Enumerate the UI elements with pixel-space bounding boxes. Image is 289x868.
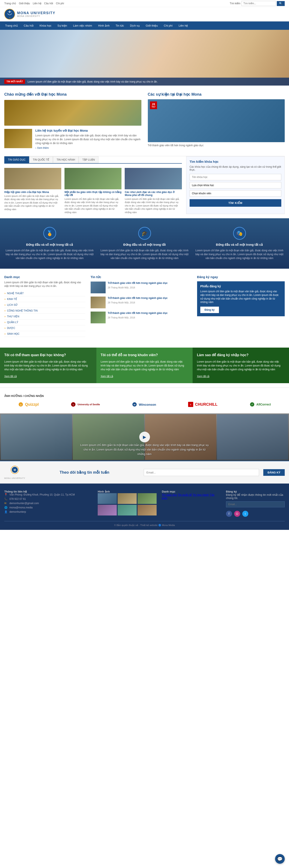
contact-online-title: Liên hệ trực tuyến với Đại học Mona	[35, 129, 141, 132]
footer-cat-1[interactable]: Tin quốc tế	[178, 493, 192, 496]
news-thumb-0	[91, 282, 106, 293]
footer-bottom: © Bản quyền thuộc về - Thiết kế website …	[4, 521, 285, 527]
instagram-icon[interactable]: O	[234, 511, 240, 517]
news-tab-row: TIN GIÁO DỤC TIN QUỐC TẾ TIN HỌC HÀNH TẬ…	[4, 156, 182, 164]
news-card-title-3: Các nhà Lãnh đạo và các nhà giáo dục ở M…	[125, 191, 182, 197]
tab-international[interactable]: TIN QUỐC TẾ	[29, 156, 53, 163]
news-date-0: 28 Tháng Mười Một, 2018	[108, 286, 135, 289]
banner-title-3: Đứng đầu và số một trong tất cả	[194, 243, 285, 246]
tab-discussion[interactable]: TẬP LUẬN	[78, 156, 98, 163]
cat-item-6[interactable]: DƯỢC	[4, 325, 85, 331]
topbar-link[interactable]: Chi phí	[56, 2, 64, 5]
cat-item-1[interactable]: KINH TẾ	[4, 296, 85, 302]
footer-address: 📍 Văn Phòng: Đường Khuê, Phường 10, Quận…	[4, 493, 92, 496]
banner-title-1: Đứng đầu và số một trong tất cả	[4, 243, 95, 246]
nav-courses[interactable]: Khóa học	[36, 22, 55, 30]
facebook-icon[interactable]: f	[226, 511, 232, 517]
partner-quizz: Q Quizzpl	[18, 402, 39, 407]
course-name-input[interactable]	[190, 174, 281, 180]
footer-register-title: Đăng ký	[226, 490, 285, 493]
nav-events[interactable]: Sự kiện	[55, 22, 70, 30]
highlight-banner: 🏅 Đứng đầu và số một trong tất cả Lorem …	[0, 218, 289, 269]
nav-faq[interactable]: Câu hỏi	[21, 22, 37, 30]
svg-text:W: W	[134, 404, 136, 406]
course-level-select[interactable]: Chọn khuôn viên	[190, 190, 281, 197]
footer-photo-2	[118, 493, 137, 504]
play-icon[interactable]: ▶	[139, 432, 150, 442]
nav-about[interactable]: Giới thiệu	[143, 22, 161, 30]
course-type-select[interactable]: Lựa chọn khóa học	[190, 182, 281, 188]
topbar-link[interactable]: Giới thiệu	[19, 2, 30, 5]
news-title-1[interactable]: Trở thành giáo viên tốt hơn trong ngành …	[108, 297, 168, 300]
news-title-0[interactable]: Trở thành giáo viên tốt hơn trong ngành …	[108, 282, 168, 285]
footer-grid: Thông tin liên hệ 📍 Văn Phòng: Đường Khu…	[4, 490, 285, 517]
category-desc: Lorem ipsum chỉ đơn giản là một đoạn văn…	[4, 281, 85, 288]
green-card-2: Tôi có thể đỗ xe trong khuôn viên? Lorem…	[96, 348, 193, 383]
logo-name: MONA UNIVERSITY	[17, 11, 56, 15]
theater-icon: 🎭	[233, 227, 246, 240]
topbar-link[interactable]: Câu hỏi	[44, 2, 53, 5]
news-info-0: Trở thành giáo viên tốt hơn trong ngành …	[108, 282, 168, 293]
green-card-1: Tôi có thể tham quan Đại học không? Lore…	[0, 348, 96, 383]
cat-item-2[interactable]: LỊCH SỬ	[4, 302, 85, 308]
footer-copyright: © Bản quyền thuộc về - Thiết kế website …	[114, 524, 175, 526]
banner-item-3: 🎭 Đứng đầu và số một trong tất cả Lorem …	[194, 227, 285, 260]
nav-services[interactable]: Dịch vụ	[127, 22, 143, 30]
news-item-2: Trở thành giáo viên tốt hơn trong ngành …	[91, 312, 192, 323]
svg-text:C: C	[190, 404, 192, 406]
news-title-2[interactable]: Trở thành giáo viên tốt hơn trong ngành …	[108, 312, 168, 315]
green-card-link-2[interactable]: Xem tất cả	[101, 375, 113, 378]
search-input[interactable]	[242, 1, 276, 6]
footer-cat-0[interactable]: Tin giáo dục	[162, 493, 177, 496]
cat-item-0[interactable]: NGHỆ THUẬT	[4, 290, 85, 296]
twitter-icon[interactable]: t	[242, 511, 248, 517]
footer-photo-5	[118, 505, 137, 516]
register-card: Phiếu đăng ký Lorem ipsum chỉ đơn giản l…	[197, 281, 285, 316]
nav-home[interactable]: Trang chủ	[2, 22, 21, 30]
nav-contact[interactable]: Liên hệ	[176, 22, 191, 30]
reg-card-title: Phiếu đăng ký	[200, 284, 282, 288]
cat-item-7[interactable]: SINH HỌC	[4, 331, 85, 337]
cat-item-5[interactable]: QUẢN LÝ	[4, 319, 85, 325]
svg-text:U: U	[73, 404, 74, 405]
tab-study[interactable]: TIN HỌC HÀNH	[53, 156, 78, 163]
chevron-right-icon: ›	[35, 147, 36, 150]
news-list-title: Tin tức	[91, 275, 192, 279]
partners-section: ẢNH HƯỞNG / CHỨNG NHẬN Q Quizzpl U Unive…	[0, 388, 289, 413]
register-button[interactable]: Đăng ký	[200, 307, 219, 313]
newsletter-logo: M MONA UNIVERSITY	[4, 466, 25, 479]
welcome-image	[4, 100, 141, 126]
green-card-link-1[interactable]: Xem tất cả	[4, 375, 17, 378]
top-bar: Trang chủ Giới thiệu Liên hệ Câu hỏi Chi…	[0, 0, 289, 7]
newsletter-title: Theo dõi bằng tin mỗi tuần	[30, 470, 139, 475]
tab-education[interactable]: TIN GIÁO DỤC	[4, 156, 29, 163]
cat-item-3[interactable]: CÔNG NGHỆ THÔNG TIN	[4, 308, 85, 314]
banner-item-1: 🏅 Đứng đầu và số một trong tất cả Lorem …	[4, 227, 95, 260]
green-card-link-3[interactable]: Xem tất cả	[197, 375, 209, 378]
nav-images[interactable]: Hình ảnh	[95, 22, 113, 30]
footer-cat-2[interactable]: Tin học hành	[193, 493, 208, 496]
see-more-link[interactable]: › Xem thêm	[35, 147, 49, 150]
green-card-text-3: Lorem ipsum chỉ đơn giản là một đoạn văn…	[197, 360, 285, 371]
search-course-title: Tìm kiếm khóa học	[190, 160, 281, 164]
partners-row: Q Quizzpl U University of Seville W Winc…	[4, 402, 285, 407]
search-button[interactable]: 🔍	[277, 1, 285, 6]
news-grid: Hiệp hội giáo viên của Đại học Mona Lore…	[4, 168, 182, 214]
photo-banner: ▶ Lorem ipsum chỉ đơn giản là một đoạn v…	[0, 413, 289, 461]
svg-text:M: M	[14, 468, 16, 471]
footer-email-input[interactable]	[226, 501, 285, 507]
welcome-events-section: Chào mừng đến với Đại học Mona Liên hệ t…	[0, 86, 289, 156]
cat-item-4[interactable]: THƯ VIỆN	[4, 314, 85, 319]
newsletter-submit-button[interactable]: ĐĂNG KÝ	[263, 469, 285, 476]
nav-teamwork[interactable]: Làm việc nhóm	[70, 22, 95, 30]
nav-news[interactable]: Tin tức	[113, 22, 127, 30]
green-card-text-2: Lorem ipsum chỉ đơn giản là một đoạn văn…	[101, 360, 189, 371]
topbar-link[interactable]: Trang chủ	[4, 2, 16, 5]
logo-icon: ★	[4, 9, 15, 20]
banner-text-2: Lorem ipsum chỉ đơn giản là một đoạn văn…	[99, 249, 190, 260]
search-course-button[interactable]: TÌM KIẾM	[190, 199, 281, 207]
nav-fees[interactable]: Chi phí	[161, 22, 176, 30]
footer-photos-title: Hình ảnh	[98, 490, 156, 493]
topbar-link[interactable]: Liên hệ	[33, 2, 41, 5]
newsletter-email-input[interactable]	[144, 469, 259, 476]
